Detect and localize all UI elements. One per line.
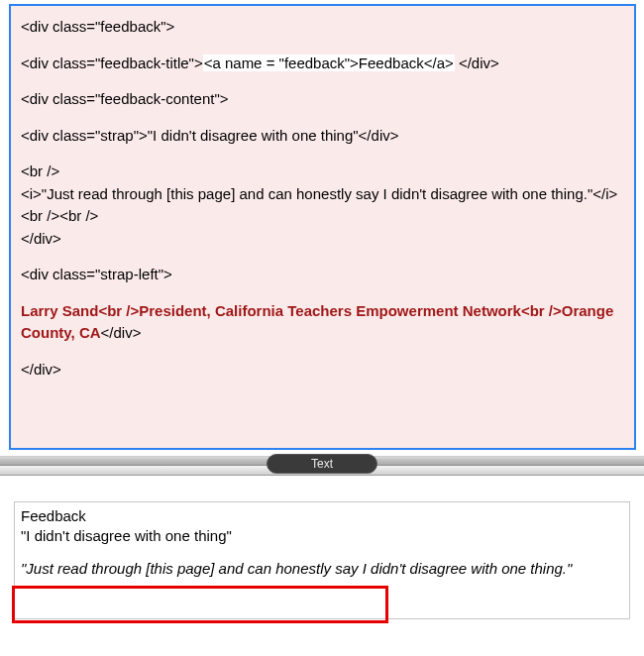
code-line: </div> [21, 359, 624, 382]
preview-strap: "I didn't disagree with one thing" [21, 526, 623, 546]
panel-divider[interactable]: Text [0, 456, 644, 484]
red-highlight-box [12, 586, 388, 623]
code-line: <div class="strap-left"> [21, 264, 624, 286]
preview-body: "Just read through [this page] and can h… [21, 559, 623, 579]
code-line: <div class="feedback-title"><a name = "f… [21, 53, 624, 75]
code-line: <div class="strap">"I didn't disagree wi… [21, 125, 624, 148]
highlighted-segment: <a name = "feedback">Feedback</a> [203, 55, 455, 71]
divider-label: Text [267, 454, 377, 474]
preview-box[interactable]: Feedback "I didn't disagree with one thi… [14, 501, 630, 619]
author-br: <br /> [98, 302, 139, 319]
code-line: <i>"Just read through [this page] and ca… [21, 183, 624, 206]
code-line: <br /><br /> [21, 205, 624, 228]
code-line-author: Larry Sand<br />President, California Te… [21, 300, 624, 345]
code-line: <div class="feedback"> [21, 16, 624, 39]
code-text: </div> [101, 324, 142, 341]
code-text: </div> [455, 55, 499, 71]
author-br: <br /> [521, 302, 562, 319]
preview-title: Feedback [21, 506, 623, 526]
code-line: <br /> [21, 161, 624, 183]
html-source-editor[interactable]: <div class="feedback"> <div class="feedb… [9, 4, 636, 450]
author-name: Larry Sand [21, 302, 98, 319]
preview-area: Feedback "I didn't disagree with one thi… [0, 484, 644, 629]
author-title: President, California Teachers Empowerme… [139, 302, 521, 319]
code-line: <div class="feedback-content"> [21, 88, 624, 111]
code-line-group: <br /> <i>"Just read through [this page]… [21, 161, 624, 250]
code-line: </div> [21, 228, 624, 251]
code-text: <div class="feedback-title"> [21, 55, 203, 71]
